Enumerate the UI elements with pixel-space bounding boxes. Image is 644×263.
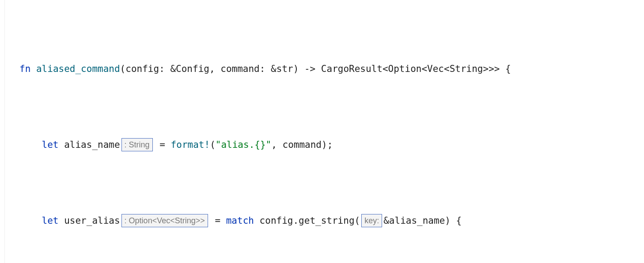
macro-call: format! bbox=[171, 139, 210, 150]
keyword-fn: fn bbox=[19, 64, 30, 74]
type: &Config bbox=[170, 64, 209, 74]
return-type: CargoResult<Option<Vec<String>>> bbox=[321, 64, 500, 74]
paren: ( bbox=[120, 64, 126, 74]
method-call: get_string bbox=[299, 215, 354, 226]
code-line[interactable]: let alias_name: String = format!("alias.… bbox=[6, 135, 644, 154]
type: &str bbox=[271, 64, 293, 74]
type-hint[interactable]: : String bbox=[121, 138, 153, 151]
param-name: command bbox=[220, 64, 260, 74]
gutter bbox=[0, 0, 5, 263]
code-editor[interactable]: fn aliased_command(config: &Config, comm… bbox=[0, 0, 644, 263]
param-hint[interactable]: key: bbox=[361, 214, 382, 227]
code-line[interactable]: fn aliased_command(config: &Config, comm… bbox=[6, 60, 644, 79]
keyword-let: let bbox=[42, 139, 59, 150]
keyword-match: match bbox=[226, 215, 254, 226]
type-hint[interactable]: : Option<Vec<String>> bbox=[121, 214, 208, 227]
param-name: config bbox=[125, 64, 159, 74]
variable: user_alias bbox=[64, 215, 120, 226]
variable: alias_name bbox=[64, 139, 120, 150]
string-literal: "alias.{}" bbox=[216, 139, 271, 150]
function-name: aliased_command bbox=[36, 64, 120, 74]
code-line[interactable]: let user_alias: Option<Vec<String>> = ma… bbox=[6, 211, 644, 230]
